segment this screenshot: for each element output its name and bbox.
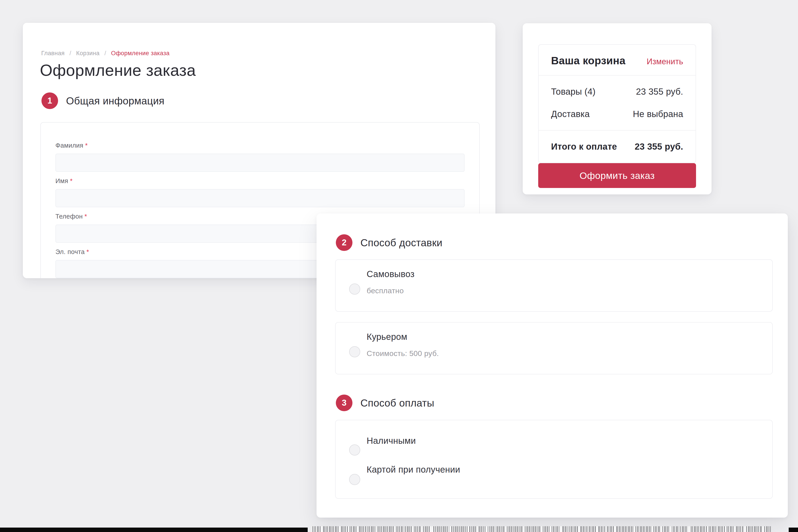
- cart-items-row: Товары (4) 23 355 руб.: [551, 87, 683, 97]
- breadcrumb-current-page: Оформление заказа: [111, 50, 170, 57]
- courier-radio[interactable]: [349, 346, 360, 357]
- cart-edit-link[interactable]: Изменить: [647, 57, 683, 66]
- last-name-label-text: Фамилия: [55, 142, 83, 149]
- last-name-label: Фамилия*: [55, 142, 464, 149]
- breadcrumb-separator: /: [104, 50, 106, 57]
- delivery-payment-card: 2 Способ доставки Самовывоз бесплатно Ку…: [317, 213, 788, 518]
- cart-header: Ваша корзина Изменить: [539, 45, 696, 75]
- delivery-option-pickup[interactable]: Самовывоз бесплатно: [335, 259, 773, 312]
- cart-rows: Товары (4) 23 355 руб. Доставка Не выбра…: [539, 76, 696, 130]
- card-payment-label: Картой при получении: [367, 464, 460, 475]
- breadcrumb-home-link[interactable]: Главная: [41, 50, 65, 57]
- cart-summary-card: Ваша корзина Изменить Товары (4) 23 355 …: [523, 23, 711, 194]
- email-label-text: Эл. почта: [55, 248, 85, 255]
- step-2-badge: 2: [336, 234, 353, 251]
- phone-label-text: Телефон: [55, 213, 83, 220]
- breadcrumb-cart-link[interactable]: Корзина: [76, 50, 99, 57]
- required-asterisk: *: [70, 177, 73, 185]
- card-payment-radio[interactable]: [349, 474, 360, 485]
- first-name-field-group: Имя*: [55, 177, 464, 207]
- required-asterisk: *: [85, 142, 88, 149]
- pickup-option-subtitle: бесплатно: [367, 286, 404, 295]
- bottom-black-bar-right: [789, 528, 798, 532]
- first-name-label-text: Имя: [55, 177, 68, 185]
- step-3-header: 3 Способ оплаты: [336, 395, 434, 411]
- cart-total-label: Итого к оплате: [551, 141, 617, 152]
- place-order-button[interactable]: Оформить заказ: [538, 163, 696, 188]
- cart-total-value: 23 355 руб.: [634, 141, 683, 152]
- cart-items-label: Товары (4): [551, 87, 596, 97]
- bottom-black-bar-left: [0, 528, 308, 532]
- step-1-badge: 1: [41, 92, 58, 109]
- cart-delivery-label: Доставка: [551, 109, 590, 119]
- step-2-header: 2 Способ доставки: [336, 234, 442, 251]
- bottom-cropped-text-strip: [311, 526, 771, 532]
- pickup-option-title: Самовывоз: [367, 269, 415, 279]
- required-asterisk: *: [84, 213, 87, 220]
- first-name-label: Имя*: [55, 177, 464, 184]
- breadcrumb: Главная / Корзина / Оформление заказа: [41, 50, 170, 57]
- cart-delivery-value: Не выбрана: [633, 109, 683, 119]
- step-2-title: Способ доставки: [360, 237, 442, 249]
- cart-items-value: 23 355 руб.: [636, 87, 683, 97]
- first-name-input[interactable]: [55, 189, 464, 207]
- delivery-option-courier[interactable]: Курьером Стоимость: 500 руб.: [335, 322, 773, 374]
- step-3-badge: 3: [336, 395, 353, 411]
- cart-delivery-row: Доставка Не выбрана: [551, 109, 683, 119]
- cart-total-row: Итого к оплате 23 355 руб.: [539, 131, 696, 163]
- last-name-field-group: Фамилия*: [55, 142, 464, 172]
- cash-payment-radio[interactable]: [349, 444, 360, 456]
- page-title: Оформление заказа: [40, 61, 196, 79]
- courier-option-subtitle: Стоимость: 500 руб.: [367, 349, 439, 358]
- step-1-header: 1 Общая информация: [41, 92, 165, 109]
- cash-payment-label: Наличными: [367, 436, 416, 446]
- step-1-title: Общая информация: [66, 95, 165, 107]
- payment-options-box: Наличными Картой при получении: [335, 420, 773, 499]
- breadcrumb-separator: /: [70, 50, 71, 57]
- last-name-input[interactable]: [55, 154, 464, 172]
- pickup-radio[interactable]: [349, 284, 360, 294]
- cart-title: Ваша корзина: [551, 55, 625, 67]
- required-asterisk: *: [87, 248, 89, 255]
- courier-option-title: Курьером: [367, 332, 407, 342]
- cart-summary-box: Ваша корзина Изменить Товары (4) 23 355 …: [538, 44, 696, 163]
- step-3-title: Способ оплаты: [360, 397, 434, 409]
